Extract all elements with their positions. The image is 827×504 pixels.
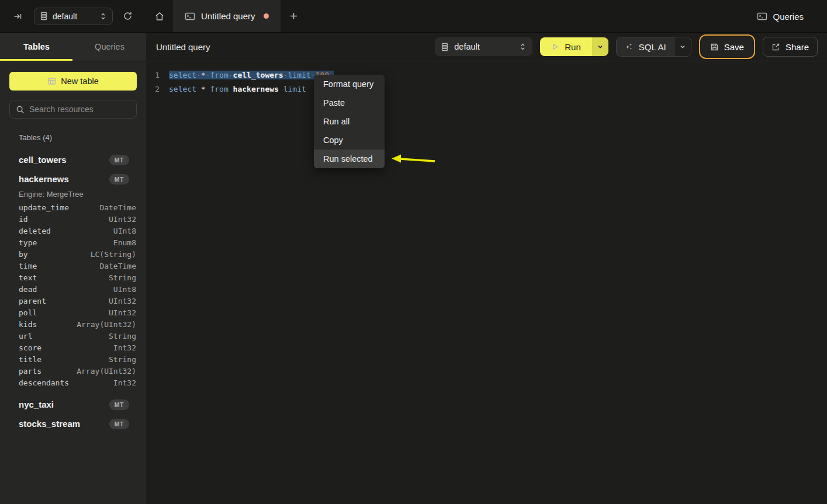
sidebar-tab-queries[interactable]: Queries [73, 33, 146, 61]
share-icon [771, 43, 780, 51]
column-row[interactable]: descendants Int32 [0, 377, 146, 389]
column-row[interactable]: text String [0, 272, 146, 284]
column-type: UInt32 [109, 296, 136, 307]
column-name: deleted [19, 225, 51, 237]
save-button[interactable]: Save [701, 37, 753, 57]
column-type: UInt32 [109, 214, 136, 225]
query-toolbar: default Run [435, 37, 818, 57]
save-label: Save [724, 42, 744, 52]
column-name: dead [19, 284, 37, 296]
run-button-group: Run [540, 37, 608, 56]
tab-strip: Untitled query [146, 0, 307, 32]
sql-ai-label: SQL AI [639, 42, 666, 52]
column-type: String [109, 354, 136, 366]
column-name: descendants [19, 377, 69, 389]
table-name: hackernews [19, 174, 69, 184]
queries-icon [757, 12, 767, 21]
engine-badge: MT [109, 155, 129, 165]
column-row[interactable]: id UInt32 [0, 214, 146, 225]
column-row[interactable]: by LC(String) [0, 249, 146, 260]
column-row[interactable]: score Int32 [0, 342, 146, 354]
column-type: UInt32 [109, 307, 136, 319]
queries-button[interactable]: Queries [757, 0, 804, 33]
column-name: url [19, 331, 32, 342]
share-button[interactable]: Share [763, 37, 818, 57]
column-type: Enum8 [113, 237, 136, 249]
tab-untitled-query[interactable]: Untitled query [173, 0, 281, 32]
sidebar-item-cell-towers[interactable]: cell_towers MT [0, 150, 146, 169]
column-name: type [19, 237, 37, 249]
column-name: id [19, 214, 28, 225]
sidebar-item-hackernews[interactable]: hackernews MT [0, 169, 146, 189]
column-row[interactable]: deleted UInt8 [0, 225, 146, 237]
menu-item-copy[interactable]: Copy [314, 131, 385, 150]
menu-item-run-selected[interactable]: Run selected [314, 150, 385, 168]
column-row[interactable]: parts Array(UInt32) [0, 366, 146, 377]
table-name: cell_towers [19, 155, 67, 165]
run-label: Run [565, 42, 581, 52]
menu-item-run-all[interactable]: Run all [314, 112, 385, 131]
column-row[interactable]: poll UInt32 [0, 307, 146, 319]
sidebar-tabs: Tables Queries [0, 33, 146, 61]
chevron-updown-icon [519, 43, 527, 51]
column-row[interactable]: update_time DateTime [0, 202, 146, 214]
column-row[interactable]: kids Array(UInt32) [0, 319, 146, 331]
menu-item-paste[interactable]: Paste [314, 93, 385, 112]
column-row[interactable]: type Enum8 [0, 237, 146, 249]
context-menu: Format queryPasteRun allCopyRun selected [314, 75, 385, 168]
search-input[interactable] [29, 105, 130, 114]
tables-section-header: Tables (4) [19, 133, 146, 142]
chevron-updown-icon [99, 12, 107, 20]
sidebar: Tables Queries New table Tables (4) cell… [0, 33, 146, 504]
table-name: nyc_taxi [19, 399, 54, 409]
share-label: Share [786, 42, 809, 52]
column-name: text [19, 272, 37, 284]
topbar-database-selector[interactable]: default [34, 8, 113, 25]
sparkles-icon [624, 42, 634, 51]
main-panel: Untitled query default [146, 33, 827, 504]
sql-ai-button-group: SQL AI [616, 37, 691, 57]
column-row[interactable]: parent UInt32 [0, 296, 146, 307]
column-type: String [109, 272, 136, 284]
run-options-caret[interactable] [592, 37, 608, 56]
new-table-button[interactable]: New table [9, 72, 137, 91]
database-icon [441, 43, 449, 51]
home-icon[interactable] [146, 0, 173, 32]
database-icon [40, 12, 48, 20]
sql-editor[interactable]: 1select·*·from·cell_towers·limit·100·2se… [146, 61, 827, 96]
code-line[interactable]: 2select * from hackernews limit [146, 82, 827, 96]
table-icon [47, 77, 56, 85]
line-number: 1 [146, 71, 160, 79]
topbar-left: default [0, 0, 146, 32]
column-row[interactable]: time DateTime [0, 260, 146, 272]
sidebar-item-stocks-stream[interactable]: stocks_stream MT [0, 414, 146, 433]
collapse-sidebar-icon[interactable] [13, 12, 22, 21]
search-icon [16, 105, 25, 114]
code-line[interactable]: 1select·*·from·cell_towers·limit·100· [146, 68, 827, 82]
query-database-selector[interactable]: default [435, 37, 532, 56]
sidebar-tab-tables[interactable]: Tables [0, 33, 73, 61]
sql-ai-button[interactable]: SQL AI [617, 37, 674, 56]
run-button[interactable]: Run [540, 37, 592, 56]
column-row[interactable]: dead UInt8 [0, 284, 146, 296]
sql-ai-caret[interactable] [674, 37, 691, 56]
code-lines: 1select·*·from·cell_towers·limit·100·2se… [146, 68, 827, 96]
sidebar-item-nyc-taxi[interactable]: nyc_taxi MT [0, 395, 146, 414]
column-name: score [19, 342, 41, 354]
column-row[interactable]: url String [0, 331, 146, 342]
new-tab-button[interactable] [281, 0, 307, 32]
topbar-database-value: default [53, 12, 95, 21]
refresh-icon[interactable] [123, 11, 133, 21]
menu-item-format-query[interactable]: Format query [314, 75, 385, 93]
engine-badge: MT [109, 419, 129, 429]
column-name: title [19, 354, 41, 366]
search-box [9, 100, 137, 119]
engine-badge: MT [109, 174, 129, 185]
terminal-icon [185, 12, 195, 21]
tab-label: Untitled query [201, 11, 255, 21]
play-icon [551, 43, 559, 51]
column-type: Array(UInt32) [77, 366, 136, 377]
column-row[interactable]: title String [0, 354, 146, 366]
column-type: DateTime [99, 260, 136, 272]
column-type: UInt8 [113, 225, 136, 237]
